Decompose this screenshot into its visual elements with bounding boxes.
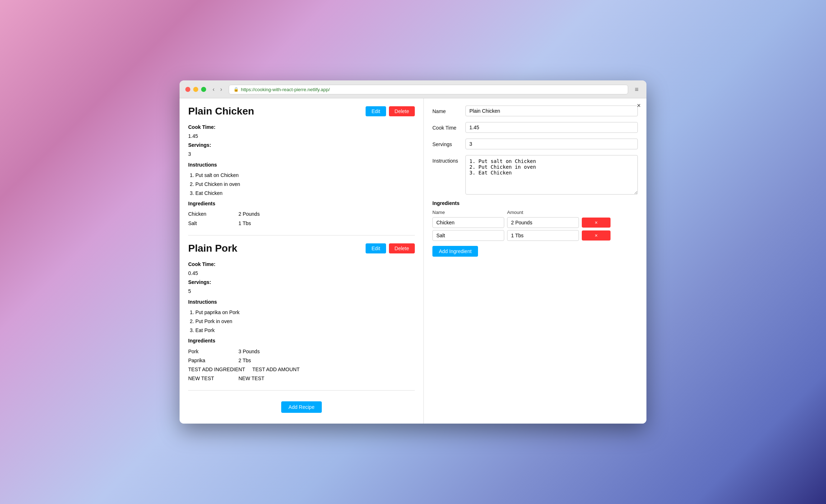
cook-time-input[interactable] [465, 122, 638, 133]
edit-button-plain-chicken[interactable]: Edit [366, 106, 386, 116]
ingredients-table-plain-chicken: Chicken 2 Pounds Salt 1 Tbs [188, 210, 415, 228]
ingredient-amount: 1 Tbs [238, 219, 251, 228]
ingredients-label: Ingredients [188, 336, 415, 345]
cook-time-label: Cook Time: [188, 124, 215, 130]
ingredients-row: Ingredients Chicken 2 Pounds Salt 1 Tbs [188, 199, 415, 228]
servings-label: Servings [432, 139, 461, 147]
instruction-item: Eat Chicken [195, 189, 415, 198]
ingredient-row: Chicken 2 Pounds [188, 210, 415, 219]
ingredients-section: Ingredients Name Amount × × Add Ingredie… [432, 200, 638, 257]
traffic-lights [185, 87, 206, 92]
instruction-item: Eat Pork [195, 326, 415, 335]
recipe-title-plain-chicken: Plain Chicken [188, 106, 254, 117]
ingredient-row: NEW TEST NEW TEST [188, 374, 415, 383]
ingredient-name: Pork [188, 347, 231, 356]
instructions-textarea[interactable] [465, 155, 638, 195]
ingredient-amount: NEW TEST [238, 374, 264, 383]
instructions-label: Instructions [432, 155, 461, 164]
lock-icon: 🔒 [233, 87, 239, 92]
ingredient-amount: 3 Pounds [238, 347, 260, 356]
ingredient-amount-input-1[interactable] [507, 230, 579, 241]
browser-chrome: ‹ › 🔒 https://cooking-with-react-pierre.… [180, 80, 646, 98]
ingredient-name-input-1[interactable] [432, 230, 504, 241]
name-label: Name [432, 106, 461, 114]
name-input[interactable] [465, 106, 638, 116]
servings-label: Servings: [188, 142, 211, 148]
servings-input[interactable] [465, 139, 638, 149]
recipe-title-plain-pork: Plain Pork [188, 243, 237, 254]
recipe-header-plain-chicken: Plain Chicken Edit Delete [188, 106, 415, 117]
servings-row: Servings: 3 [188, 141, 415, 159]
recipe-actions-plain-chicken: Edit Delete [366, 106, 415, 116]
close-traffic-light[interactable] [185, 87, 190, 92]
ingredient-amount-input-0[interactable] [507, 217, 579, 228]
add-recipe-container: Add Recipe [188, 398, 415, 416]
ingredient-row: Pork 3 Pounds [188, 347, 415, 356]
forward-button[interactable]: › [218, 85, 224, 93]
close-button[interactable]: × [637, 102, 641, 109]
ingredient-form-row-0: × [432, 217, 638, 228]
ingredients-name-col-header: Name [432, 210, 504, 215]
remove-ingredient-button-0[interactable]: × [582, 218, 611, 228]
instruction-item: Put Pork in oven [195, 317, 415, 326]
ingredient-name: Paprika [188, 356, 231, 365]
ingredient-row: Salt 1 Tbs [188, 219, 415, 228]
form-group-name: Name [432, 106, 638, 116]
recipe-card-plain-chicken: Plain Chicken Edit Delete Cook Time: 1.4… [188, 106, 415, 235]
servings-row: Servings: 5 [188, 278, 415, 296]
address-bar[interactable]: 🔒 https://cooking-with-react-pierre.netl… [229, 85, 628, 94]
ingredient-name: Salt [188, 219, 231, 228]
ingredient-name: NEW TEST [188, 374, 231, 383]
browser-menu-button[interactable]: ≡ [632, 85, 641, 94]
ingredient-form-row-1: × [432, 230, 638, 241]
servings-label: Servings: [188, 279, 211, 285]
recipe-info-plain-chicken: Cook Time: 1.45 Servings: 3 Instructions… [188, 123, 415, 228]
instructions-row: Instructions Put paprika on Pork Put Por… [188, 298, 415, 335]
recipe-card-plain-pork: Plain Pork Edit Delete Cook Time: 0.45 S… [188, 243, 415, 391]
ingredient-row: Paprika 2 Tbs [188, 356, 415, 365]
ingredient-name: TEST ADD INGREDIENT [188, 365, 245, 374]
add-recipe-button[interactable]: Add Recipe [281, 401, 321, 413]
cook-time-value: 0.45 [188, 270, 198, 276]
ingredients-header: Name Amount [432, 210, 638, 215]
cook-time-value: 1.45 [188, 133, 198, 139]
delete-button-plain-pork[interactable]: Delete [389, 243, 415, 253]
ingredients-label: Ingredients [188, 199, 415, 208]
instructions-label: Instructions [188, 160, 415, 169]
cook-time-label: Cook Time [432, 122, 461, 131]
add-ingredient-button[interactable]: Add Ingredient [432, 246, 478, 257]
cook-time-row: Cook Time: 1.45 [188, 123, 415, 141]
ingredient-amount: TEST ADD AMOUNT [252, 365, 300, 374]
ingredient-row: TEST ADD INGREDIENT TEST ADD AMOUNT [188, 365, 415, 374]
ingredient-amount: 2 Pounds [238, 210, 260, 219]
ingredient-name-input-0[interactable] [432, 217, 504, 228]
cook-time-row: Cook Time: 0.45 [188, 260, 415, 278]
instructions-label: Instructions [188, 298, 415, 307]
edit-form-panel: × Name Cook Time Servings Instructions [424, 98, 646, 424]
browser-content: Plain Chicken Edit Delete Cook Time: 1.4… [180, 98, 646, 424]
instruction-item: Put salt on Chicken [195, 171, 415, 180]
ingredients-section-title: Ingredients [432, 200, 638, 206]
edit-button-plain-pork[interactable]: Edit [366, 243, 386, 253]
left-panel: Plain Chicken Edit Delete Cook Time: 1.4… [180, 98, 424, 424]
form-group-cook-time: Cook Time [432, 122, 638, 133]
instructions-row: Instructions Put salt on Chicken Put Chi… [188, 160, 415, 198]
servings-value: 3 [188, 151, 191, 157]
recipe-info-plain-pork: Cook Time: 0.45 Servings: 5 Instructions… [188, 260, 415, 383]
maximize-traffic-light[interactable] [201, 87, 206, 92]
minimize-traffic-light[interactable] [193, 87, 198, 92]
instructions-list-plain-chicken: Put salt on Chicken Put Chicken in oven … [195, 171, 415, 198]
cook-time-label: Cook Time: [188, 261, 215, 267]
ingredient-amount: 2 Tbs [238, 356, 251, 365]
form-group-servings: Servings [432, 139, 638, 149]
instructions-list-plain-pork: Put paprika on Pork Put Pork in oven Eat… [195, 308, 415, 335]
ingredients-table-plain-pork: Pork 3 Pounds Paprika 2 Tbs TEST ADD ING… [188, 347, 415, 383]
remove-ingredient-button-1[interactable]: × [582, 230, 611, 241]
back-button[interactable]: ‹ [210, 85, 217, 93]
recipe-actions-plain-pork: Edit Delete [366, 243, 415, 253]
delete-button-plain-chicken[interactable]: Delete [389, 106, 415, 116]
ingredients-amount-col-header: Amount [507, 210, 579, 215]
ingredient-name: Chicken [188, 210, 231, 219]
form-group-instructions: Instructions [432, 155, 638, 195]
instruction-item: Put paprika on Pork [195, 308, 415, 317]
